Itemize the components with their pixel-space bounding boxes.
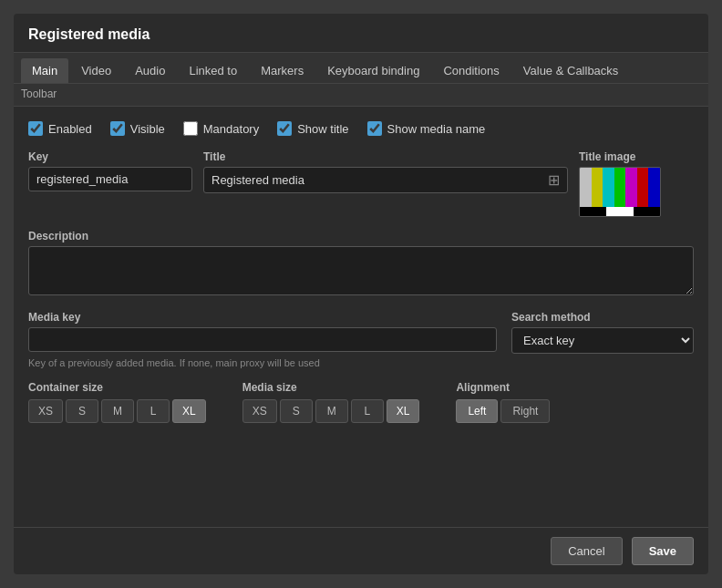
toolbar-tab[interactable]: Toolbar [14,84,708,107]
media-size-group: Media size XS S M L XL [242,381,420,423]
enabled-checkbox[interactable]: Enabled [28,121,92,136]
container-m[interactable]: M [101,399,134,423]
bar-cyan [603,168,614,207]
show-media-name-input[interactable] [367,121,382,136]
bar-white [580,168,592,207]
media-key-input[interactable] [28,327,497,352]
container-xs[interactable]: XS [28,399,63,423]
key-label: Key [28,150,192,163]
media-m[interactable]: M [315,399,348,423]
align-left[interactable]: Left [456,399,498,423]
title-field-wrap: ⊞ [203,167,568,193]
cancel-button[interactable]: Cancel [551,537,622,565]
show-media-name-checkbox[interactable]: Show media name [367,121,486,136]
media-xs[interactable]: XS [242,399,277,423]
save-button[interactable]: Save [632,537,694,565]
key-input[interactable] [28,167,192,191]
mandatory-checkbox[interactable]: Mandatory [183,121,259,136]
tab-keyboard-binding[interactable]: Keyboard binding [316,58,430,83]
size-row: Container size XS S M L XL Media size XS… [28,381,694,423]
media-size-label: Media size [242,381,420,394]
search-method-select[interactable]: Exact key Fuzzy Regex [511,327,694,354]
tab-conditions[interactable]: Conditions [432,58,510,83]
color-bars-bottom [580,207,660,216]
bar-yellow [592,168,603,207]
tab-value-callbacks[interactable]: Value & Callbacks [512,58,630,83]
media-key-group: Media key [28,311,497,352]
key-group: Key [28,150,192,191]
container-xl[interactable]: XL [172,399,206,423]
mandatory-label: Mandatory [203,122,259,136]
media-key-row: Media key Search method Exact key Fuzzy … [28,311,694,354]
show-title-checkbox[interactable]: Show title [277,121,348,136]
description-section: Description [28,230,694,298]
media-l[interactable]: L [351,399,384,423]
main-content: Enabled Visible Mandatory Show title Sho… [14,107,708,527]
bar-magenta [625,168,637,207]
show-media-name-label: Show media name [387,122,486,136]
bar-white-bot [606,207,633,216]
container-s[interactable]: S [66,399,98,423]
description-label: Description [28,230,694,242]
tab-linked-to[interactable]: Linked to [178,58,248,83]
mandatory-input[interactable] [183,121,198,136]
visible-checkbox[interactable]: Visible [110,121,165,136]
media-s[interactable]: S [280,399,313,423]
container-size-label: Container size [28,381,206,394]
search-method-label: Search method [511,311,694,324]
visible-input[interactable] [110,121,125,136]
title-input[interactable] [204,169,541,191]
alignment-group: Alignment Left Right [456,381,550,423]
search-method-group: Search method Exact key Fuzzy Regex [511,311,694,354]
show-title-label: Show title [297,122,348,136]
align-right[interactable]: Right [500,399,550,423]
enabled-label: Enabled [48,122,92,136]
media-key-label: Media key [28,311,497,324]
checkboxes-row: Enabled Visible Mandatory Show title Sho… [28,121,694,136]
tabs-bar: Main Video Audio Linked to Markers Keybo… [14,53,708,84]
key-title-row: Key Title ⊞ Title image [28,150,694,217]
bar-black [580,207,606,216]
container-size-buttons: XS S M L XL [28,399,206,423]
enabled-input[interactable] [28,121,43,136]
bar-green [614,168,626,207]
dialog: Registered media Main Video Audio Linked… [14,14,708,574]
title-image-group: Title image [579,150,661,217]
description-textarea[interactable] [28,246,694,295]
title-field-icon[interactable]: ⊞ [541,168,567,192]
bar-blue [648,168,660,207]
dialog-footer: Cancel Save [14,527,708,574]
bar-red [637,168,649,207]
dialog-title: Registered media [14,14,708,53]
tab-video[interactable]: Video [70,58,122,83]
title-label: Title [203,150,568,163]
alignment-buttons: Left Right [456,399,550,423]
container-size-group: Container size XS S M L XL [28,381,206,423]
bar-black2 [634,207,660,216]
media-size-buttons: XS S M L XL [242,399,420,423]
visible-label: Visible [130,122,165,136]
color-bars [579,167,661,217]
tab-markers[interactable]: Markers [250,58,315,83]
title-group: Title ⊞ [203,150,568,193]
tab-main[interactable]: Main [21,58,68,83]
container-l[interactable]: L [137,399,170,423]
media-xl[interactable]: XL [387,399,420,423]
title-image-label: Title image [579,150,661,163]
tab-audio[interactable]: Audio [124,58,176,83]
show-title-input[interactable] [277,121,292,136]
color-bars-top [580,168,660,207]
alignment-label: Alignment [456,381,550,394]
media-key-hint: Key of a previously added media. If none… [28,357,694,368]
